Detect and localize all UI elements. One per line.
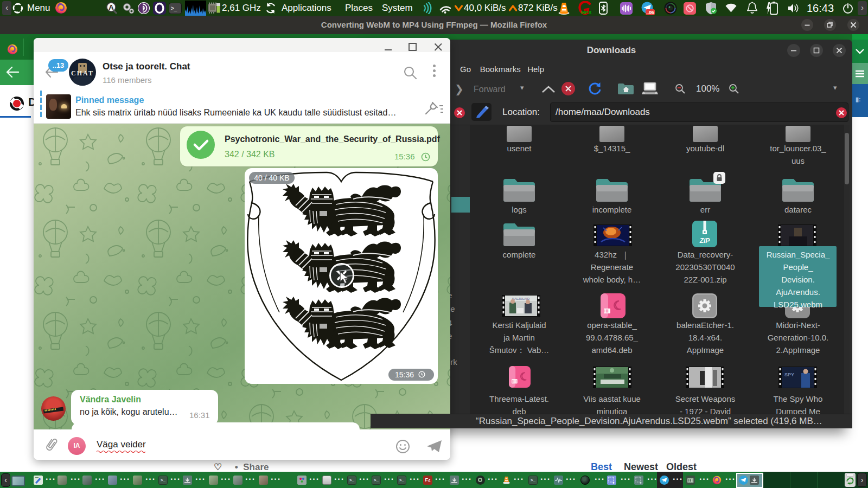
svg-text:SPY: SPY — [784, 372, 794, 377]
svg-text:A: A — [108, 3, 114, 11]
svg-text:ZiP: ZiP — [699, 237, 711, 245]
svg-text:KALJULAID: KALJULAID — [512, 297, 530, 300]
svg-text:MPX: MPX — [581, 10, 592, 15]
svg-text:..06: ..06 — [646, 10, 654, 15]
